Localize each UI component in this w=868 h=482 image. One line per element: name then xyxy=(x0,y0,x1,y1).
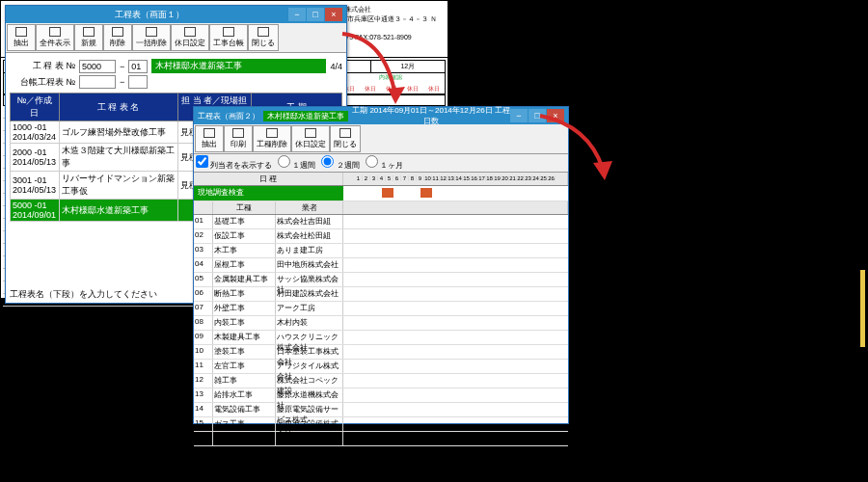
counter: 4/4 xyxy=(330,62,342,71)
gantt-row[interactable]: 06断熱工事村田建設株式会社 xyxy=(194,287,568,302)
gantt-row[interactable]: 05金属製建具工事サッシ協業株式会社 xyxy=(194,273,568,287)
col-company: 業者 xyxy=(276,201,343,214)
staff-checkbox[interactable]: 列当者を表示する xyxy=(196,155,272,171)
range-2week[interactable]: ２週間 xyxy=(321,155,359,171)
tbtn-休日設定[interactable]: 休日設定 xyxy=(171,24,209,51)
inspection-row: 現地調査検査 xyxy=(194,186,343,201)
gantt-row[interactable]: 01基礎工事株式会社吉田組 xyxy=(194,215,568,229)
close-button[interactable]: × xyxy=(547,109,564,122)
tbtn-抽出[interactable]: 抽出 xyxy=(7,24,36,51)
max-button[interactable]: □ xyxy=(307,8,324,21)
col-task: 工種 xyxy=(213,201,276,214)
ledger-input2[interactable] xyxy=(128,75,148,89)
gantt-row[interactable]: 04屋根工事田中地所株式会社 xyxy=(194,258,568,273)
w2-period: 工期 2014年09月01日～2014年12月26日 工程日数 xyxy=(352,105,510,126)
tbtn-閉じる[interactable]: 閉じる xyxy=(330,125,361,152)
tbtn-閉じる[interactable]: 閉じる xyxy=(248,24,279,51)
tbtn-工種削除[interactable]: 工種削除 xyxy=(253,125,291,152)
tbtn-休日設定[interactable]: 休日設定 xyxy=(291,125,330,152)
min-button[interactable]: − xyxy=(510,109,528,122)
code2-input[interactable] xyxy=(128,60,148,73)
tbtn-全件表示[interactable]: 全件表示 xyxy=(36,24,74,51)
ledger-input[interactable] xyxy=(79,75,116,89)
gantt-row[interactable]: 08内装工事木村内装 xyxy=(194,316,568,331)
project-name-bar: 木村様邸水道新築工事 xyxy=(151,59,326,73)
gantt-row[interactable]: 02仮設工事株式会社松田組 xyxy=(194,229,568,244)
w1-title: 工程表（画面１） xyxy=(10,9,288,21)
tbtn-一括削除[interactable]: 一括削除 xyxy=(132,24,171,51)
tbtn-新規[interactable]: 新規 xyxy=(74,24,103,51)
gantt-edit-window: 工程表（画面２） 木村様邸水道新築工事 工期 2014年09月01日～2014年… xyxy=(193,106,569,424)
w2-titlebar: 工程表（画面２） 木村様邸水道新築工事 工期 2014年09月01日～2014年… xyxy=(194,107,568,124)
w1-toolbar: 抽出全件表示新規削除一括削除休日設定工事台帳閉じる xyxy=(6,23,346,53)
tbtn-印刷[interactable]: 印刷 xyxy=(224,125,253,152)
gantt-row[interactable]: 14電気設備工事藤原電気設備サービス株式 xyxy=(194,403,568,417)
w2-options: 列当者を表示する １週間 ２週間 １ヶ月 xyxy=(194,154,568,173)
gantt-row[interactable]: 07外壁工事アーク工房 xyxy=(194,302,568,316)
gantt-row[interactable]: 12雑工事株式会社コペック建設 xyxy=(194,374,568,388)
gantt-row[interactable]: 15ガス工事関西ガス設備株式会社 xyxy=(194,417,568,432)
tbtn-抽出[interactable]: 抽出 xyxy=(195,125,224,152)
w2-toolbar: 抽出印刷工種削除休日設定閉じる xyxy=(194,124,568,154)
status-text: 工程表名（下段）を入力してください xyxy=(10,288,157,301)
gantt-row[interactable]: 11左官工事アワジタイル株式会社 xyxy=(194,360,568,374)
gantt-row[interactable]: 03木工事ありま建工房 xyxy=(194,244,568,258)
gantt-row[interactable]: 09木製建具工事ハウスクリニック株式会社 xyxy=(194,331,568,345)
range-1month[interactable]: １ヶ月 xyxy=(366,155,403,171)
tbtn-工事台帳[interactable]: 工事台帳 xyxy=(209,24,248,51)
gantt-row[interactable]: 10塗装工事日本塗装工事株式会社 xyxy=(194,345,568,360)
gantt-row[interactable]: 13給排水工事藤原水道機株式会社 xyxy=(194,388,568,403)
gantt-row[interactable]: 16検査 xyxy=(194,432,568,446)
max-button[interactable]: □ xyxy=(529,109,546,122)
code-input[interactable] xyxy=(79,60,116,73)
range-1week[interactable]: １週間 xyxy=(278,155,315,171)
close-button[interactable]: × xyxy=(325,8,342,21)
ledger-label: 台帳工程表 № xyxy=(10,76,75,89)
code-label: 工 程 表 № xyxy=(10,60,75,72)
w1-titlebar: 工程表（画面１） − □ × xyxy=(6,6,346,23)
gold-strip xyxy=(860,270,865,347)
tbtn-削除[interactable]: 削除 xyxy=(103,24,132,51)
min-button[interactable]: − xyxy=(288,8,306,21)
w2-project: 木村様邸水道新築工事 xyxy=(263,111,348,121)
date-header: 日 程 xyxy=(194,173,343,185)
